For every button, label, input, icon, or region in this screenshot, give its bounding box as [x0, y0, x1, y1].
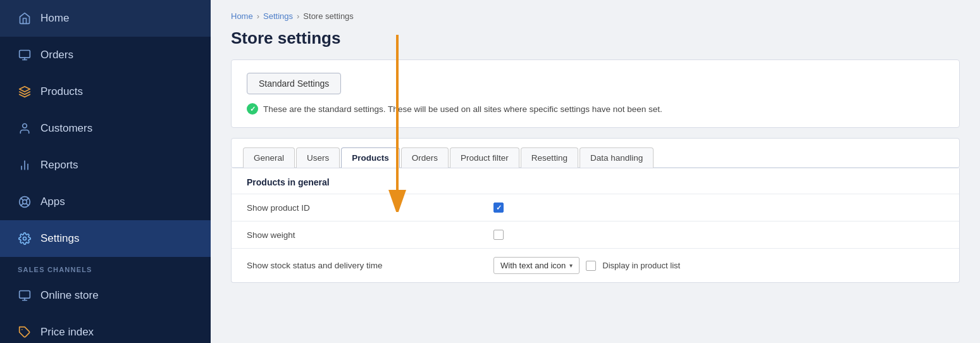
show-product-id-label: Show product ID — [247, 203, 493, 213]
reports-icon — [18, 158, 32, 172]
table-row: Show stock status and delivery time With… — [232, 249, 959, 282]
breadcrumb-settings[interactable]: Settings — [263, 11, 293, 21]
stock-status-select[interactable]: With text and icon ▾ — [493, 257, 580, 274]
store-icon — [18, 289, 32, 302]
pricetag-icon — [18, 325, 32, 339]
show-weight-control — [493, 230, 504, 240]
sidebar-label-products: Products — [40, 85, 83, 98]
sidebar-label-apps: Apps — [40, 196, 65, 208]
standard-settings-card: Standard Settings These are the standard… — [231, 59, 960, 128]
tab-data-handling[interactable]: Data handling — [580, 147, 654, 168]
sidebar-item-products[interactable]: Products — [0, 73, 211, 110]
stock-status-value: With text and icon — [500, 261, 566, 270]
sidebar-item-orders[interactable]: Orders — [0, 37, 211, 73]
chevron-down-icon: ▾ — [569, 262, 573, 269]
sidebar-label-settings: Settings — [40, 232, 79, 245]
svg-point-14 — [23, 237, 27, 240]
sidebar-label-reports: Reports — [40, 159, 78, 172]
standard-settings-button[interactable]: Standard Settings — [247, 73, 341, 94]
check-circle-icon — [247, 103, 258, 115]
sidebar-item-reports[interactable]: Reports — [0, 147, 211, 184]
sidebar: Home Orders Products Customers — [0, 0, 211, 343]
show-product-id-checkbox[interactable] — [493, 203, 504, 213]
sidebar-item-price-index[interactable]: Price index — [0, 314, 211, 343]
svg-point-4 — [23, 124, 27, 128]
main-content: Home › Settings › Store settings Store s… — [211, 0, 980, 343]
svg-rect-15 — [20, 291, 30, 299]
products-icon — [18, 85, 32, 99]
sidebar-item-apps[interactable]: Apps — [0, 184, 211, 220]
svg-rect-0 — [20, 51, 30, 58]
tab-resetting[interactable]: Resetting — [521, 147, 578, 168]
breadcrumb: Home › Settings › Store settings — [211, 0, 980, 26]
display-in-product-list-checkbox[interactable] — [586, 261, 596, 271]
tab-general[interactable]: General — [243, 147, 295, 168]
breadcrumb-current: Store settings — [303, 11, 354, 21]
table-row: Show product ID — [232, 194, 959, 221]
show-stock-status-control: With text and icon ▾ Display in product … — [493, 257, 680, 274]
tab-orders[interactable]: Orders — [401, 147, 449, 168]
sidebar-label-online-store: Online store — [40, 289, 99, 302]
sidebar-label-home: Home — [40, 12, 69, 25]
apps-icon — [18, 195, 32, 209]
info-row: These are the standard settings. These w… — [247, 103, 944, 115]
show-stock-status-label: Show stock status and delivery time — [247, 261, 493, 270]
svg-line-10 — [21, 198, 23, 201]
svg-marker-3 — [20, 87, 30, 92]
tab-products[interactable]: Products — [341, 147, 400, 168]
sidebar-item-customers[interactable]: Customers — [0, 110, 211, 147]
table-row: Show weight — [232, 221, 959, 249]
tab-product-filter[interactable]: Product filter — [450, 147, 519, 168]
show-weight-checkbox[interactable] — [493, 230, 504, 240]
show-weight-label: Show weight — [247, 230, 493, 240]
settings-table: Products in general Show product ID Show… — [231, 168, 960, 283]
customers-icon — [18, 122, 32, 135]
show-product-id-control — [493, 203, 504, 213]
display-in-product-list-label: Display in product list — [602, 261, 680, 270]
sidebar-item-settings[interactable]: Settings — [0, 220, 211, 257]
sidebar-label-orders: Orders — [40, 49, 73, 61]
tab-users[interactable]: Users — [296, 147, 340, 168]
sidebar-label-price-index: Price index — [40, 326, 94, 339]
settings-icon — [18, 232, 32, 246]
info-text: These are the standard settings. These w… — [263, 104, 662, 114]
tab-list: General Users Products Orders Product fi… — [232, 139, 959, 168]
page-title: Store settings — [211, 26, 980, 59]
tab-bar: General Users Products Orders Product fi… — [231, 138, 960, 168]
sidebar-item-home[interactable]: Home — [0, 0, 211, 37]
home-icon — [18, 11, 32, 25]
sidebar-item-online-store[interactable]: Online store — [0, 277, 211, 314]
breadcrumb-home[interactable]: Home — [231, 11, 253, 21]
orders-icon — [18, 48, 32, 62]
content-area: Standard Settings These are the standard… — [211, 59, 980, 343]
products-section-header: Products in general — [232, 168, 959, 194]
sidebar-label-customers: Customers — [40, 122, 92, 135]
svg-line-11 — [26, 203, 28, 206]
sales-channels-section-label: SALES CHANNELS — [0, 257, 211, 277]
svg-line-12 — [26, 198, 28, 201]
svg-line-13 — [21, 203, 23, 206]
